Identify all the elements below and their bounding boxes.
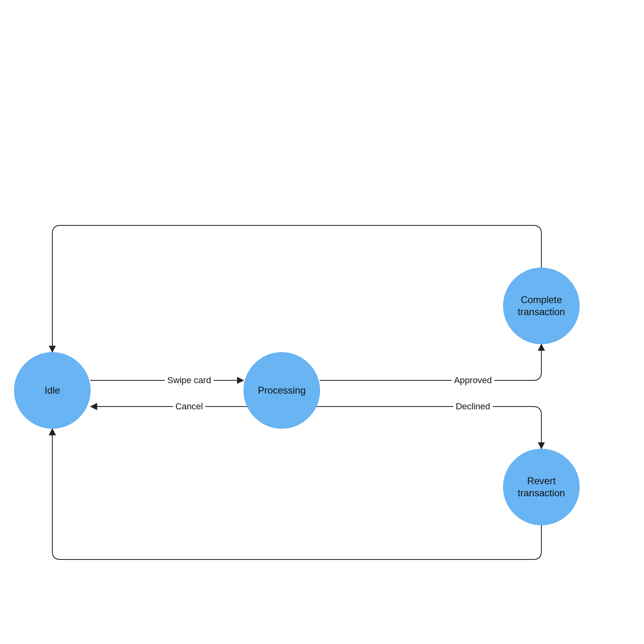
state-revert-label-line1: Revert (527, 475, 556, 486)
state-revert-label-line2: transaction (518, 487, 565, 498)
state-revert-transaction[interactable]: Revert transaction (503, 449, 580, 525)
state-complete-label-line2: transaction (518, 306, 565, 317)
state-complete-label-line1: Complete (521, 294, 562, 305)
edge-complete-to-idle (52, 225, 541, 352)
state-processing[interactable]: Processing (244, 352, 320, 429)
edge-approved (320, 344, 541, 380)
state-complete-label: Complete transaction (518, 294, 565, 318)
edge-label-cancel: Cancel (173, 401, 205, 412)
edge-revert-to-idle (52, 429, 541, 559)
edge-label-declined: Declined (453, 401, 493, 412)
state-diagram-canvas: Swipe card Cancel Approved Declined Idle… (0, 0, 644, 644)
state-idle-label: Idle (45, 384, 60, 396)
state-revert-label: Revert transaction (518, 475, 565, 499)
state-processing-label: Processing (258, 384, 306, 396)
edge-label-approved: Approved (452, 375, 494, 386)
state-idle[interactable]: Idle (14, 352, 91, 429)
edge-declined (316, 407, 541, 449)
state-complete-transaction[interactable]: Complete transaction (503, 268, 580, 344)
edge-label-swipe-card: Swipe card (165, 375, 214, 386)
